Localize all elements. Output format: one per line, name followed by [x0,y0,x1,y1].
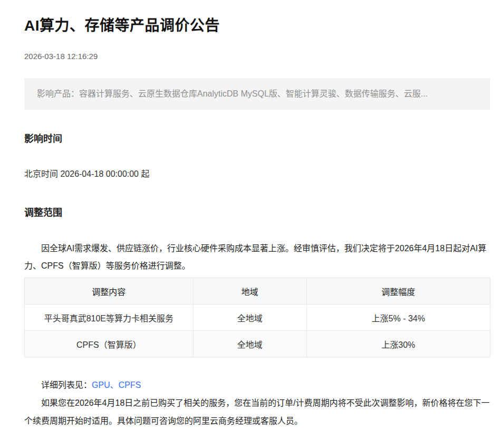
table-cell: 全地域 [193,331,306,357]
table-header-row: 调整内容 地域 调整幅度 [25,278,490,305]
table-header-range: 调整幅度 [307,278,490,305]
table-cell: CPFS（智算版） [25,331,193,357]
impact-time-value: 北京时间 2026-04-18 00:00:00 起 [24,167,490,179]
detail-list-line: 详细列表见：GPU、CPFS [24,376,490,394]
detail-list-prefix: 详细列表见： [41,381,92,389]
gpu-link[interactable]: GPU [92,381,110,389]
closing-text-block: 详细列表见：GPU、CPFS 如果您在2026年4月18日之前已购买了相关的服务… [24,376,490,428]
announcement-page: AI算力、存储等产品调价公告 2026-03-18 12:16:29 影响产品：… [0,0,504,428]
purchase-note-paragraph: 如果您在2026年4月18日之前已购买了相关的服务，您在当前的订单/计费周期内将… [24,394,490,428]
table-cell: 上涨5% - 34% [307,305,490,331]
price-adjustment-table: 调整内容 地域 调整幅度 平头哥真武810E等算力卡相关服务 全地域 上涨5% … [24,278,490,357]
table-row: CPFS（智算版） 全地域 上涨30% [25,331,490,357]
section-heading-adjustment-scope: 调整范围 [24,205,490,218]
affected-products-notice: 影响产品：容器计算服务、云原生数据仓库AnalyticDB MySQL版、智能计… [24,78,490,110]
table-cell: 上涨30% [307,331,490,357]
link-separator: 、 [110,381,119,389]
section-heading-impact-time: 影响时间 [24,131,490,145]
table-header-region: 地域 [193,278,306,305]
page-title: AI算力、存储等产品调价公告 [24,14,490,35]
table-cell: 全地域 [193,305,306,331]
cpfs-link[interactable]: CPFS [119,381,141,389]
table-row: 平头哥真武810E等算力卡相关服务 全地域 上涨5% - 34% [25,305,490,331]
table-header-content: 调整内容 [25,278,193,305]
publish-date: 2026-03-18 12:16:29 [24,52,490,61]
table-cell: 平头哥真武810E等算力卡相关服务 [25,305,193,331]
adjustment-intro-paragraph: 因全球AI需求爆发、供应链涨价，行业核心硬件采购成本显著上涨。经审慎评估，我们决… [24,240,490,274]
